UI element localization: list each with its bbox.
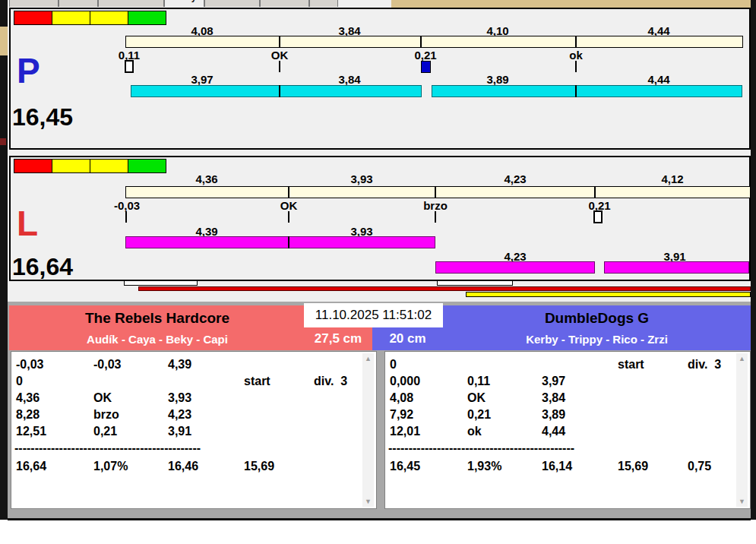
l-reference-bar-tick-1	[288, 186, 289, 198]
start-light-yellow2	[90, 160, 128, 172]
p-change-marker-bluebox	[421, 61, 431, 73]
total-cell: 1,07%	[93, 460, 128, 473]
tab-de[interactable]: DE	[309, 0, 339, 7]
race-progress-red-bar	[138, 286, 751, 291]
table-totals-row: 16,64 1,07% 16,46 15,69	[11, 460, 376, 476]
cell: 0	[16, 375, 23, 388]
l-top-split-2: 3,93	[324, 172, 400, 185]
l-change-label-1: -0,03	[89, 199, 165, 212]
start-lights	[14, 11, 166, 25]
l-top-split-1: 4,36	[169, 172, 245, 185]
team-right-dogs: Kerby - Trippy - Rico - Zrzi	[447, 333, 747, 346]
p-change-label-3: 0,21	[387, 49, 463, 62]
datetime-display: 11.10.2025 11:51:02	[304, 303, 443, 327]
p-run-split-2: 3,84	[312, 73, 387, 86]
start-light-green	[128, 11, 166, 24]
cell: 4,23	[168, 408, 191, 422]
scrollbar[interactable]: ▲ ▼	[736, 353, 748, 507]
scrollbar[interactable]: ▲ ▼	[362, 353, 374, 507]
cell: 0,21	[93, 425, 117, 438]
right-edge-strip	[751, 0, 756, 520]
team-right-name: DumbleDogs G	[447, 310, 747, 327]
table-row: 7,92 0,21 3,89	[385, 408, 750, 425]
l-change-marker-tick-1	[125, 211, 127, 223]
cell: 0,11	[467, 375, 490, 388]
p-change-label-4: ok	[538, 49, 614, 62]
p-change-marker-tick-2	[575, 61, 577, 72]
start-light-yellow1	[52, 11, 90, 24]
scroll-up-icon[interactable]: ▲	[736, 353, 748, 364]
cell: 0,21	[467, 408, 491, 422]
p-reference-bar-tick-1	[279, 36, 280, 48]
scroll-up-icon[interactable]: ▲	[362, 353, 374, 364]
cell: 8,28	[16, 408, 40, 422]
p-reference-bar-tick-2	[420, 36, 422, 48]
start-light-green	[128, 160, 166, 172]
scroll-down-icon[interactable]: ▼	[362, 496, 374, 507]
tab-bar: RozběhČidlaKombi GrafGrafyDružstvaKR / S…	[9, 0, 389, 7]
tab-kombi-graf[interactable]: Kombi Graf	[98, 0, 164, 7]
team-left-name: The Rebels Hardcore	[9, 310, 305, 327]
race-progress-white-bar-2	[437, 280, 513, 286]
start-lights	[14, 159, 166, 173]
l-reference-bar-tick-3	[594, 186, 596, 198]
tab-grafy[interactable]: Grafy	[164, 0, 204, 7]
table-row: -0,03 -0,03 4,39	[11, 358, 376, 375]
total-cell: 15,69	[244, 460, 274, 473]
l-change-marker-openbox	[593, 210, 603, 223]
cell: ok	[467, 425, 482, 438]
table-separator: ----------------------------------------…	[388, 441, 603, 455]
start-light-red	[14, 160, 52, 172]
p-run-split-3: 3,89	[460, 73, 536, 86]
table-row: 12,51 0,21 3,91	[11, 425, 376, 441]
lane-p-letter: P	[17, 53, 40, 88]
cell: 3,84	[542, 391, 565, 405]
p-run-bar-2	[432, 85, 742, 97]
left-edge-strip	[0, 0, 8, 520]
p-change-marker-openbox	[125, 60, 134, 73]
l-reference-bar	[125, 186, 751, 198]
cell: 0	[390, 358, 397, 372]
cell: 4,44	[542, 425, 565, 438]
table-row: 0,000 0,11 3,97	[385, 375, 750, 391]
p-run-bar-tick-2	[575, 85, 577, 97]
total-cell: 0,75	[688, 460, 711, 473]
cell: 12,51	[16, 425, 46, 438]
cell: brzo	[93, 408, 119, 422]
l-run-bar-3	[604, 261, 749, 274]
table-row: 12,01 ok 4,44	[385, 425, 750, 441]
start-light-yellow2	[90, 11, 128, 24]
tab-rozbeh[interactable]: Rozběh	[9, 0, 59, 7]
tab-cidla[interactable]: Čidla	[59, 0, 97, 7]
race-progress-yellow-bar	[466, 292, 751, 297]
lane-l-total-time: 16,64	[12, 255, 73, 279]
team-left-stats-table[interactable]: -0,03 -0,03 4,39 0 start div. 3 4,36 OK …	[11, 351, 377, 509]
cell: -0,03	[16, 358, 43, 372]
cell: 4,39	[168, 358, 191, 372]
scroll-down-icon[interactable]: ▼	[736, 496, 748, 507]
l-change-marker-tick-2	[288, 211, 289, 223]
l-run-bar-tick-1	[288, 236, 289, 248]
total-cell: 1,93%	[467, 460, 501, 473]
scoreboard-section: The Rebels Hardcore Audík - Caya - Beky …	[8, 302, 751, 518]
left-edge-red-block	[0, 138, 6, 145]
cell: div. 3	[688, 358, 721, 372]
tab-kr-st[interactable]: KR / ST	[260, 0, 309, 7]
table-row: 8,28 brzo 4,23	[11, 408, 376, 425]
cell: -0,03	[93, 358, 121, 372]
cell: 4,08	[390, 391, 413, 405]
lane-p-panel: 4,08 3,84 4,10 4,44 0,11 OK 0,21 ok 3,97…	[9, 8, 751, 150]
team-right-stats-table[interactable]: 0 start div. 3 0,000 0,11 3,97 4,08 OK 3…	[384, 351, 751, 509]
l-reference-bar-tick-2	[435, 186, 436, 198]
l-run-bar-1	[125, 236, 435, 248]
p-run-bar-tick-1	[279, 85, 280, 97]
left-edge-tan-block	[0, 27, 8, 55]
p-reference-bar-tick-3	[575, 36, 577, 48]
start-light-yellow1	[52, 160, 90, 172]
table-row: 0 start div. 3	[385, 358, 750, 375]
p-run-split-4: 4,44	[621, 73, 697, 86]
total-cell: 16,64	[16, 460, 46, 473]
table-row: 0 start div. 3	[11, 375, 376, 391]
tab-druzstva[interactable]: Družstva	[204, 0, 260, 7]
table-totals-row: 16,45 1,93% 16,14 15,69 0,75	[385, 460, 750, 476]
